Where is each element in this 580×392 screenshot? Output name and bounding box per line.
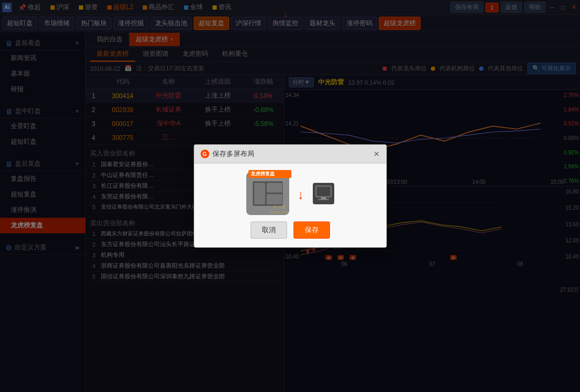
layout-preview-icon: 龙虎榜复盘 安下载anxz.com: [246, 172, 289, 215]
svg-rect-43: [267, 183, 282, 193]
svg-rect-44: [267, 194, 282, 204]
cancel-button[interactable]: 取消: [251, 221, 287, 239]
modal-header: G 保存多屏布局 ✕: [194, 145, 386, 164]
save-layout-modal: G 保存多屏布局 ✕ 龙虎榜复盘 安下载anxz.com ↓: [194, 144, 387, 248]
layout-target-icon: [313, 183, 334, 204]
modal-overlay[interactable]: G 保存多屏布局 ✕ 龙虎榜复盘 安下载anxz.com ↓: [0, 0, 580, 392]
modal-buttons: 取消 保存: [251, 221, 330, 239]
modal-badge: 龙虎榜复盘: [248, 170, 291, 178]
svg-rect-42: [254, 183, 265, 204]
modal-close-button[interactable]: ✕: [373, 150, 380, 158]
layout-icon-svg: [252, 180, 284, 207]
modal-body: 龙虎榜复盘 安下载anxz.com ↓: [194, 164, 386, 247]
modal-title: G 保存多屏布局: [201, 149, 254, 159]
svg-rect-45: [316, 186, 331, 197]
watermark-text: 安下载anxz.com: [270, 205, 289, 215]
modal-arrow-icon: ↓: [298, 187, 304, 202]
screen-icon: [315, 186, 332, 202]
modal-icon-row: 龙虎榜复盘 安下载anxz.com ↓: [246, 172, 334, 215]
save-button[interactable]: 保存: [293, 221, 330, 239]
modal-logo: G: [201, 150, 209, 158]
